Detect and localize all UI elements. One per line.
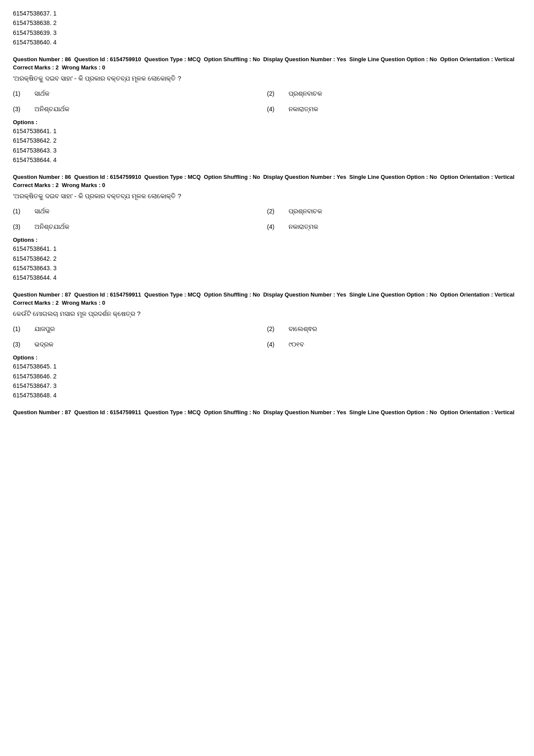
option-item: (3) ଅନିଶ୍ଚଯାର୍ଥକ: [13, 221, 267, 232]
option-text: ଅନିଶ୍ଚଯାର୍ଥକ: [34, 105, 69, 113]
question-block-q87-first: Question Number : 87 Question Id : 61547…: [13, 291, 521, 400]
options-id-list: 61547538641. 1 61547538642. 2 6154753864…: [13, 244, 521, 283]
list-item: 61547538645. 1: [13, 362, 521, 371]
list-item: 61547538642. 2: [13, 136, 521, 145]
list-item: 61547538644. 4: [13, 273, 521, 282]
option-number: (2): [267, 208, 280, 215]
option-number: (4): [267, 106, 280, 112]
question-block-q87-second: Question Number : 87 Question Id : 61547…: [13, 408, 521, 417]
marks-line: Correct Marks : 2 Wrong Marks : 0: [13, 182, 521, 188]
list-item: 61547538643. 3: [13, 263, 521, 273]
option-text: ନକାରାତ୍ମକ: [289, 223, 318, 231]
marks-line: Correct Marks : 2 Wrong Marks : 0: [13, 64, 521, 71]
option-text: ବାଲେଶ୍ଵର: [289, 325, 317, 333]
options-grid: (1) ସାର୍ଥକ (2) ପ୍ରଶ୍ନବାଚକ (3) ଅନିଶ୍ଚଯାର୍…: [13, 206, 521, 232]
option-item: (1) ଯାଜପୁର: [13, 323, 267, 334]
option-text: ସାର୍ଥକ: [34, 207, 50, 215]
options-grid: (1) ଯାଜପୁର (2) ବାଲେଶ୍ଵର (3) ଭଦ୍ରକ (4) ୯୦…: [13, 323, 521, 350]
options-id-list: 61547538641. 1 61547538642. 2 6154753864…: [13, 126, 521, 165]
list-item: 61547538642. 2: [13, 254, 521, 263]
option-number: (1): [13, 90, 26, 97]
list-item: 61547538647. 3: [13, 381, 521, 390]
option-item: (1) ସାର୍ଥକ: [13, 88, 267, 99]
question-meta: Question Number : 86 Question Id : 61547…: [13, 55, 521, 64]
prev-question-options-tail: 61547538637. 1 61547538638. 2 6154753863…: [13, 9, 521, 47]
option-number: (4): [267, 223, 280, 230]
options-label: Options :: [13, 237, 521, 243]
question-text: ‘ଅରକ୍ଷିତକୁ ଦଇବ ସାହା’ - କି ପ୍ରକାର ବକ୍ତବ୍ଯ…: [13, 191, 521, 201]
option-item: (4) ନକାରାତ୍ମକ: [267, 103, 521, 115]
option-text: ପ୍ରଶ୍ନବାଚକ: [289, 90, 322, 97]
option-number: (3): [13, 341, 26, 348]
list-item: 61547538640. 4: [13, 37, 521, 47]
question-meta: Question Number : 86 Question Id : 61547…: [13, 173, 521, 181]
option-number: (3): [13, 106, 26, 112]
option-item: (4) ୯୦୧ବ: [267, 339, 521, 350]
option-item: (2) ପ୍ରଶ୍ନବାଚକ: [267, 88, 521, 99]
options-id-list: 61547538645. 1 61547538646. 2 6154753864…: [13, 362, 521, 400]
option-number: (4): [267, 341, 280, 348]
list-item: 61547538638. 2: [13, 18, 521, 28]
option-text: ୯୦୧ବ: [289, 341, 304, 348]
question-meta: Question Number : 87 Question Id : 61547…: [13, 408, 521, 417]
list-item: 61547538648. 4: [13, 390, 521, 400]
question-block-q86-first: Question Number : 86 Question Id : 61547…: [13, 55, 521, 165]
question-block-q86-second: Question Number : 86 Question Id : 61547…: [13, 173, 521, 283]
question-text: କେଉଁଟି ମୋଗଲଚା ମସାର ମୂଳ ପ୍ରଦର୍ଶନ କ୍ଷେତ୍ର …: [13, 309, 521, 319]
option-text: ଅନିଶ୍ଚଯାର୍ଥକ: [34, 223, 69, 231]
list-item: 61547538643. 3: [13, 146, 521, 155]
marks-line: Correct Marks : 2 Wrong Marks : 0: [13, 300, 521, 306]
option-item: (3) ଭଦ୍ରକ: [13, 339, 267, 350]
question-text: ‘ଅରକ୍ଷିତକୁ ଦଇବ ସାହା’ - କି ପ୍ରକାର ବକ୍ତବ୍ଯ…: [13, 73, 521, 84]
option-item: (2) ବାଲେଶ୍ଵର: [267, 323, 521, 334]
option-number: (1): [13, 325, 26, 332]
options-label: Options :: [13, 354, 521, 361]
list-item: 61547538641. 1: [13, 126, 521, 136]
option-text: ପ୍ରଶ୍ନବାଚକ: [289, 207, 322, 215]
option-item: (2) ପ୍ରଶ୍ନବାଚକ: [267, 206, 521, 217]
option-text: ନକାରାତ୍ମକ: [289, 105, 318, 113]
option-text: ସାର୍ଥକ: [34, 90, 50, 97]
options-label: Options :: [13, 119, 521, 125]
question-meta: Question Number : 87 Question Id : 61547…: [13, 291, 521, 299]
option-number: (3): [13, 223, 26, 230]
options-grid: (1) ସାର୍ଥକ (2) ପ୍ରଶ୍ନବାଚକ (3) ଅନିଶ୍ଚଯାର୍…: [13, 88, 521, 115]
option-number: (2): [267, 325, 280, 332]
list-item: 61547538641. 1: [13, 244, 521, 253]
option-item: (3) ଅନିଶ୍ଚଯାର୍ଥକ: [13, 103, 267, 115]
list-item: 61547538646. 2: [13, 372, 521, 381]
option-number: (1): [13, 208, 26, 215]
option-item: (4) ନକାରାତ୍ମକ: [267, 221, 521, 232]
option-text: ଯାଜପୁର: [34, 325, 55, 333]
option-item: (1) ସାର୍ଥକ: [13, 206, 267, 217]
list-item: 61547538644. 4: [13, 155, 521, 165]
list-item: 61547538639. 3: [13, 28, 521, 37]
option-number: (2): [267, 90, 280, 97]
list-item: 61547538637. 1: [13, 9, 521, 18]
option-text: ଭଦ୍ରକ: [34, 341, 53, 348]
